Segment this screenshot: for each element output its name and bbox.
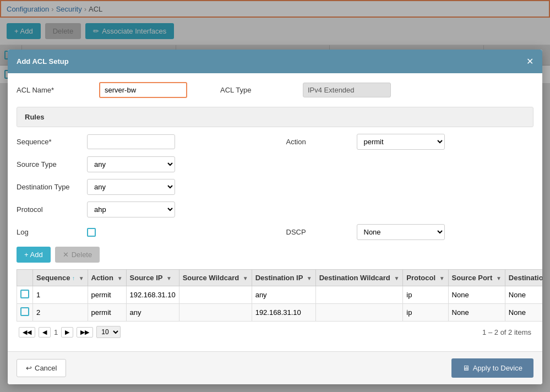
pagination-summary: 1 – 2 of 2 items (482, 328, 531, 336)
row1-checkbox-cell (17, 286, 33, 304)
device-icon: 🖥 (462, 364, 470, 372)
dstwild-filter-icon[interactable]: ▼ (394, 275, 399, 281)
th-sequence: Sequence ↑ ▼ (33, 270, 88, 286)
log-checkbox[interactable] (87, 228, 96, 237)
th-source-ip: Source IP ▼ (126, 270, 179, 286)
dest-type-field: Destination Type any host network (17, 179, 264, 195)
row2-dst-ip: 192.168.31.10 (252, 304, 315, 322)
modal-header: Add ACL Setup ✕ (8, 50, 542, 73)
pagination: ◀◀ ◀ 1 ▶ ▶▶ 10 25 50 1 – 2 of 2 items (17, 322, 533, 342)
per-page-select[interactable]: 10 25 50 (96, 326, 121, 338)
srcip-filter-icon[interactable]: ▼ (166, 275, 172, 281)
action-select[interactable]: permit deny (357, 134, 445, 150)
row2-checkbox-cell (17, 304, 33, 322)
row1-action: permit (88, 286, 126, 304)
seq-filter-icon[interactable]: ▼ (79, 275, 84, 281)
apply-to-device-button[interactable]: 🖥 Apply to Device (451, 358, 533, 378)
action-field: Action permit deny (286, 134, 534, 150)
action-filter-icon[interactable]: ▼ (117, 275, 123, 281)
form-grid: Sequence* Action permit deny Source Type… (17, 134, 533, 240)
dstip-filter-icon[interactable]: ▼ (307, 275, 312, 281)
modal-close-button[interactable]: ✕ (526, 56, 533, 67)
th-action: Action ▼ (88, 270, 126, 286)
acl-type-value: IPv4 Extended (303, 83, 391, 97)
inner-delete-button[interactable]: ✕ Delete (55, 247, 100, 263)
row2-src-wild (179, 304, 252, 322)
row1-proto: ip (403, 286, 448, 304)
modal-title: Add ACL Setup (17, 57, 69, 66)
dest-type-select[interactable]: any host network (87, 179, 175, 195)
modal-body: ACL Name* ACL Type IPv4 Extended Rules S… (8, 73, 542, 351)
add-acl-modal: Add ACL Setup ✕ ACL Name* ACL Type IPv4 … (8, 50, 542, 384)
row1-src-port: None (448, 286, 505, 304)
row1-src-wild (179, 286, 252, 304)
acl-type-label: ACL Type (220, 86, 292, 94)
row1-dst-port: None (505, 286, 542, 304)
inner-add-button[interactable]: + Add (17, 247, 51, 263)
th-source-wildcard: Source Wildcard ▼ (179, 270, 252, 286)
log-label: Log (17, 228, 83, 236)
row2-checkbox[interactable] (20, 307, 29, 316)
th-protocol: Protocol ▼ (403, 270, 448, 286)
srcport-filter-icon[interactable]: ▼ (496, 275, 502, 281)
srcwild-filter-icon[interactable]: ▼ (243, 275, 248, 281)
pagination-controls: ◀◀ ◀ 1 ▶ ▶▶ 10 25 50 (19, 326, 121, 338)
inner-toolbar: + Add ✕ Delete (17, 247, 533, 263)
dest-type-label: Destination Type (17, 183, 83, 191)
protocol-field: Protocol ahp ip tcp udp icmp (17, 202, 264, 217)
th-dest-wildcard: Destination Wildcard ▼ (315, 270, 403, 286)
modal-footer: ↩ Cancel 🖥 Apply to Device (8, 351, 542, 384)
cancel-button[interactable]: ↩ Cancel (17, 359, 66, 377)
row2-proto: ip (403, 304, 448, 322)
acl-name-row: ACL Name* ACL Type IPv4 Extended (17, 82, 533, 98)
first-page-button[interactable]: ◀◀ (19, 327, 35, 337)
row1-dst-ip: any (252, 286, 315, 304)
protocol-select[interactable]: ahp ip tcp udp icmp (87, 202, 175, 217)
row1-checkbox[interactable] (20, 290, 29, 298)
next-page-button[interactable]: ▶ (61, 327, 73, 337)
th-checkbox (17, 270, 33, 286)
row1-src-ip: 192.168.31.10 (126, 286, 179, 304)
row2-src-port: None (448, 304, 505, 322)
acl-name-input[interactable] (99, 82, 187, 98)
row2-dst-port: None (505, 304, 542, 322)
sort-up-icon: ↑ (72, 275, 75, 281)
row1-seq: 1 (33, 286, 88, 304)
rules-section: Rules (17, 107, 533, 127)
dscp-label: DSCP (286, 228, 352, 236)
row2-action: permit (88, 304, 126, 322)
source-type-field: Source Type any host network (17, 156, 264, 172)
source-type-select[interactable]: any host network (87, 156, 175, 172)
dscp-field: DSCP None AF11 AF12 (286, 224, 534, 240)
x-icon: ✕ (63, 251, 69, 259)
th-dest-port: Destination Port ▼ (505, 270, 542, 286)
acl-name-label: ACL Name* (17, 86, 88, 94)
source-type-label: Source Type (17, 160, 83, 168)
acl-rules-table: Sequence ↑ ▼ Action ▼ Source IP ▼ Source… (17, 269, 542, 322)
th-source-port: Source Port ▼ (448, 270, 505, 286)
table-row: 2 permit any 192.168.31.10 ip None None … (17, 304, 543, 322)
row2-dst-wild (315, 304, 403, 322)
th-dest-ip: Destination IP ▼ (252, 270, 315, 286)
sequence-label: Sequence* (17, 138, 83, 146)
current-page: 1 (54, 328, 58, 336)
proto-filter-icon[interactable]: ▼ (439, 275, 445, 281)
undo-icon: ↩ (26, 364, 32, 372)
sequence-field: Sequence* (17, 134, 264, 150)
table-row: 1 permit 192.168.31.10 any ip None None … (17, 286, 543, 304)
last-page-button[interactable]: ▶▶ (77, 327, 93, 337)
dscp-select[interactable]: None AF11 AF12 (357, 224, 445, 240)
row1-dst-wild (315, 286, 403, 304)
row2-seq: 2 (33, 304, 88, 322)
protocol-label: Protocol (17, 205, 83, 214)
action-label: Action (286, 138, 352, 146)
row2-src-ip: any (126, 304, 179, 322)
sequence-input[interactable] (87, 134, 175, 149)
prev-page-button[interactable]: ◀ (39, 327, 51, 337)
log-field: Log (17, 224, 264, 240)
